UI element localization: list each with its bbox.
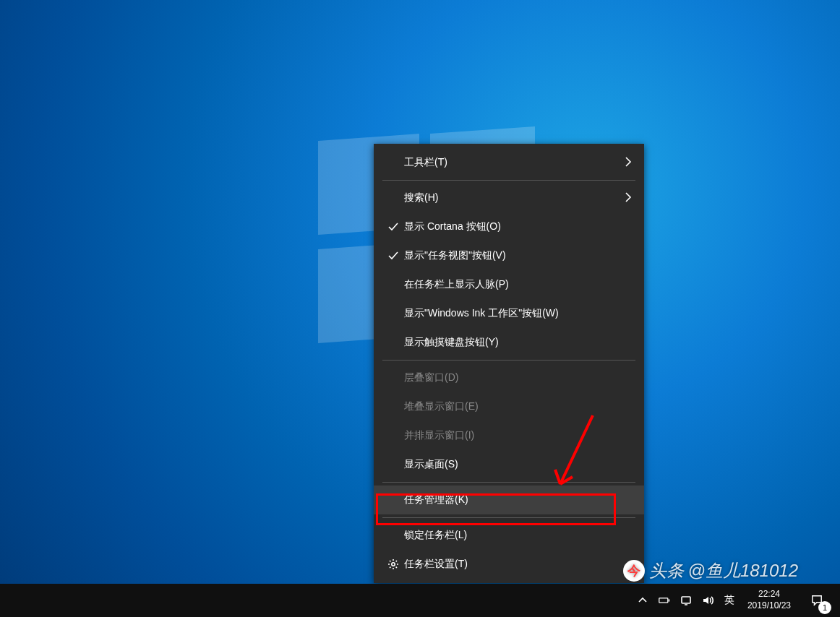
chevron-right-icon — [620, 156, 634, 170]
menu-label: 显示 Cortana 按钮(O) — [403, 220, 620, 233]
menu-item-lock-taskbar[interactable]: 锁定任务栏(L) — [374, 521, 644, 550]
menu-item-search[interactable]: 搜索(H) — [374, 184, 644, 212]
svg-rect-1 — [659, 598, 668, 603]
volume-icon[interactable] — [698, 584, 717, 617]
menu-label: 任务管理器(K) — [403, 493, 620, 506]
menu-item-show-touch-keyboard[interactable]: 显示触摸键盘按钮(Y) — [374, 328, 644, 357]
menu-item-side-by-side: 并排显示窗口(I) — [374, 421, 644, 450]
menu-item-taskbar-settings[interactable]: 任务栏设置(T) — [374, 550, 644, 579]
menu-item-show-desktop[interactable]: 显示桌面(S) — [374, 450, 644, 479]
menu-label: 显示触摸键盘按钮(Y) — [403, 336, 620, 349]
menu-label: 显示"任务视图"按钮(V) — [403, 249, 620, 262]
gear-icon — [384, 558, 403, 570]
menu-item-show-taskview[interactable]: 显示"任务视图"按钮(V) — [374, 241, 644, 270]
network-icon[interactable] — [677, 584, 695, 617]
menu-item-task-manager[interactable]: 任务管理器(K) — [374, 486, 644, 514]
menu-label: 层叠窗口(D) — [403, 371, 620, 384]
menu-label: 任务栏设置(T) — [403, 558, 620, 571]
menu-label: 显示"Windows Ink 工作区"按钮(W) — [403, 307, 620, 320]
menu-item-show-ink[interactable]: 显示"Windows Ink 工作区"按钮(W) — [374, 299, 644, 328]
menu-item-cascade: 层叠窗口(D) — [374, 363, 644, 392]
menu-label: 堆叠显示窗口(E) — [403, 400, 620, 413]
check-icon — [384, 250, 403, 262]
taskbar-context-menu: 工具栏(T) 搜索(H) 显示 Cortana 按钮(O) 显示"任务视图"按钮… — [374, 144, 644, 583]
clock-date: 2019/10/23 — [747, 600, 791, 612]
svg-rect-2 — [669, 599, 670, 601]
clock-time: 22:24 — [758, 589, 780, 600]
watermark-logo-icon: 今 — [623, 560, 645, 582]
ime-language-indicator[interactable]: 英 — [720, 584, 739, 617]
watermark-handle: @鱼儿181012 — [688, 559, 798, 582]
check-icon — [384, 221, 403, 233]
svg-point-0 — [392, 563, 395, 566]
chevron-right-icon — [620, 191, 634, 205]
menu-label: 显示桌面(S) — [403, 458, 620, 471]
menu-label: 在任务栏上显示人脉(P) — [403, 278, 620, 291]
notification-badge: 1 — [818, 601, 831, 614]
menu-item-toolbars[interactable]: 工具栏(T) — [374, 148, 644, 177]
menu-separator — [382, 482, 635, 483]
menu-item-stack: 堆叠显示窗口(E) — [374, 392, 644, 421]
clock[interactable]: 22:24 2019/10/23 — [742, 584, 797, 617]
menu-item-show-people[interactable]: 在任务栏上显示人脉(P) — [374, 270, 644, 299]
system-tray: 英 22:24 2019/10/23 1 — [633, 584, 834, 617]
menu-item-show-cortana[interactable]: 显示 Cortana 按钮(O) — [374, 212, 644, 241]
menu-separator — [382, 360, 635, 361]
menu-label: 并排显示窗口(I) — [403, 429, 620, 442]
svg-rect-3 — [682, 597, 690, 603]
battery-icon[interactable] — [655, 584, 674, 617]
menu-label: 锁定任务栏(L) — [403, 529, 620, 542]
taskbar[interactable]: 英 22:24 2019/10/23 1 — [0, 584, 840, 617]
menu-separator — [382, 517, 635, 518]
action-center-icon[interactable]: 1 — [800, 584, 834, 617]
watermark: 今 头条 @鱼儿181012 — [623, 559, 798, 582]
watermark-prefix: 头条 — [649, 559, 684, 582]
menu-label: 搜索(H) — [403, 191, 620, 204]
tray-chevron-up-icon[interactable] — [633, 584, 652, 617]
menu-label: 工具栏(T) — [403, 156, 620, 169]
menu-separator — [382, 180, 635, 181]
